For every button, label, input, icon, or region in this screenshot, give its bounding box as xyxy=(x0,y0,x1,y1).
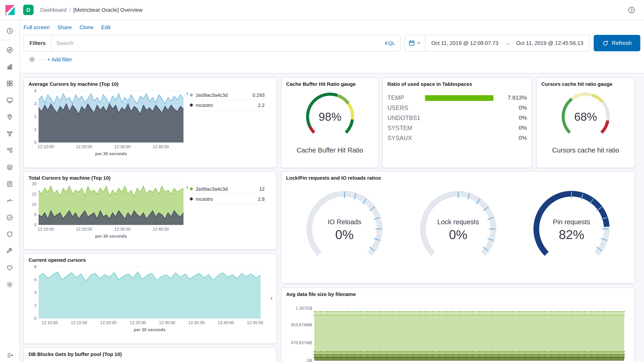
kql-button[interactable]: KQL xyxy=(385,40,400,46)
chevron-right-icon[interactable]: › xyxy=(186,90,190,96)
filters-button[interactable]: Filters xyxy=(24,35,52,51)
sidebar-item-dev-tools[interactable] xyxy=(0,243,20,259)
svg-text:per 30 seconds: per 30 seconds xyxy=(95,151,127,156)
chart-legend: 2ed9ac3a4c3d12mcastro2.8 xyxy=(190,184,265,204)
svg-text:98%: 98% xyxy=(318,110,341,123)
panel-cache-buffer-hit-ratio: Cache Buffer Hit Ratio gauge 98% Cache B… xyxy=(281,77,379,168)
add-filter-button[interactable]: + Add filter xyxy=(47,56,72,62)
sidebar-item-visualize[interactable] xyxy=(0,58,20,75)
svg-text:68%: 68% xyxy=(574,110,597,123)
kibana-logo-icon xyxy=(4,4,16,15)
sidebar-item-machine-learning[interactable] xyxy=(0,125,20,142)
legend-series-name: 2ed9ac3a4c3d xyxy=(196,186,259,192)
collapse-menu-icon[interactable] xyxy=(0,352,20,359)
refresh-label: Refresh xyxy=(612,40,632,46)
svg-text:4: 4 xyxy=(34,290,36,295)
panel-tablespace-usage: Ratio of used space in Tablespaces TEMP7… xyxy=(382,77,532,168)
panel-title: Cursors cache hit ratio gauge xyxy=(541,81,630,87)
panel-title: Cache Buffer Hit Ratio gauge xyxy=(286,81,374,87)
sidebar-item-apm[interactable] xyxy=(0,192,20,209)
legend-item[interactable]: mcastro2.2 xyxy=(190,100,265,110)
refresh-icon xyxy=(602,40,608,46)
svg-text:12:25:00: 12:25:00 xyxy=(130,320,146,325)
legend-series-value: 12 xyxy=(259,186,265,192)
help-icon[interactable] xyxy=(628,6,635,13)
ratio-gauge-io-reloads[interactable]: IO Reloads0% xyxy=(289,182,400,273)
canvas-icon xyxy=(6,97,13,104)
chevron-left-icon[interactable]: ‹ xyxy=(270,294,273,303)
svg-text:12:15:00: 12:15:00 xyxy=(71,320,87,325)
breadcrumb: Dashboard / [Metricbeat Oracle] Overview xyxy=(40,7,142,13)
sidebar-item-metrics[interactable] xyxy=(0,159,20,176)
sidebar-item-logs[interactable] xyxy=(0,176,20,192)
kibana-logo[interactable] xyxy=(0,0,20,19)
date-to[interactable]: Oct 11, 2019 @ 12:45:56.13 xyxy=(510,40,589,46)
tablespace-bar xyxy=(425,125,494,131)
legend-item[interactable]: mcastro2.8 xyxy=(190,194,265,204)
menu-item-share[interactable]: Share xyxy=(58,24,72,30)
sidebar-nav xyxy=(0,20,20,362)
panel-title: Total Cursors by machine (Top 10) xyxy=(28,175,271,181)
cursors-cache-hit-ratio-gauge[interactable]: 68% xyxy=(546,88,626,141)
sidebar-divider xyxy=(0,40,11,40)
legend-series-name: mcastro xyxy=(196,196,258,202)
breadcrumb-dashboard[interactable]: Dashboard xyxy=(40,7,66,13)
opened-cursors-chart[interactable]: 8642012:10:0012:15:0012:20:0012:25:0012:… xyxy=(28,264,264,333)
svg-text:953.674MB: 953.674MB xyxy=(291,323,312,327)
gauge-label: Cursors cache hit ratio xyxy=(552,146,619,154)
tablespace-value: 0% xyxy=(498,105,527,111)
sidebar-item-siem[interactable] xyxy=(0,226,20,243)
space-avatar[interactable]: D xyxy=(23,5,34,15)
menu-item-edit[interactable]: Edit xyxy=(101,24,110,30)
ratio-gauge-pin-requests[interactable]: Pin requests82% xyxy=(516,182,627,273)
date-from[interactable]: Oct 11, 2019 @ 12:08:07.73 xyxy=(425,40,504,46)
total-cursors-chart[interactable]: 2015105012:10:0012:20:0012:30:0012:40:00… xyxy=(28,182,186,240)
sidebar-item-recently-viewed[interactable] xyxy=(0,22,20,39)
tablespace-label: SYSTEM xyxy=(388,124,425,132)
gear-icon[interactable] xyxy=(29,56,35,63)
breadcrumb-separator: / xyxy=(69,7,71,13)
svg-text:IO Reloads: IO Reloads xyxy=(328,218,361,226)
average-cursors-chart[interactable]: 4321012:10:0012:20:0012:30:0012:40:00per… xyxy=(28,88,186,157)
sidebar-item-dashboard[interactable] xyxy=(0,75,20,92)
discover-icon xyxy=(6,46,13,53)
menu-item-clone[interactable]: Clone xyxy=(80,24,94,30)
machine-learning-icon xyxy=(6,130,13,137)
panel-title: Lock/Pin requests and IO reloads ratios xyxy=(286,175,630,181)
sidebar-item-discover[interactable] xyxy=(0,41,20,58)
svg-text:2: 2 xyxy=(34,114,36,119)
chevron-right-icon[interactable]: › xyxy=(186,184,190,190)
legend-series-name: 2ed9ac3a4c3d xyxy=(196,92,252,98)
sidebar-item-uptime[interactable] xyxy=(0,209,20,226)
dashboard-grid: Average Cursors by machine (Top 10) 4321… xyxy=(20,73,644,362)
svg-text:82%: 82% xyxy=(559,227,584,242)
search-input[interactable] xyxy=(52,40,385,46)
logs-icon xyxy=(6,181,13,187)
sidebar-item-management[interactable] xyxy=(0,276,20,293)
sidebar-item-graph[interactable] xyxy=(0,142,20,159)
sidebar-item-maps[interactable] xyxy=(0,109,20,125)
legend-item[interactable]: 2ed9ac3a4c3d12 xyxy=(190,184,265,194)
svg-text:1: 1 xyxy=(34,127,36,132)
avg-file-size-chart[interactable]: 1.397GB953.674MB476.837MB0B xyxy=(286,298,628,362)
calendar-dropdown-button[interactable] xyxy=(405,35,425,51)
calendar-icon xyxy=(408,40,415,46)
tablespace-bar xyxy=(425,135,494,141)
refresh-button[interactable]: Refresh xyxy=(594,35,640,51)
dashboard-icon xyxy=(6,80,13,87)
svg-text:12:40:00: 12:40:00 xyxy=(152,227,169,231)
tablespace-value: 7.813% xyxy=(498,94,527,101)
cache-buffer-hit-ratio-gauge[interactable]: 98% xyxy=(290,88,370,141)
legend-item[interactable]: 2ed9ac3a4c3d0.293 xyxy=(190,90,265,100)
sidebar-item-monitoring[interactable] xyxy=(0,259,20,276)
dashboard-menu: Full screenShareCloneEdit xyxy=(20,20,644,34)
svg-text:1.397GB: 1.397GB xyxy=(296,306,312,311)
sidebar-item-canvas[interactable] xyxy=(0,92,20,109)
svg-text:12:20:00: 12:20:00 xyxy=(76,227,92,231)
metrics-icon xyxy=(6,164,13,171)
menu-item-full-screen[interactable]: Full screen xyxy=(24,24,50,30)
panel-lock-pin-io-ratios: Lock/Pin requests and IO reloads ratios … xyxy=(281,171,635,284)
ratio-gauge-lock-requests[interactable]: Lock requests0% xyxy=(403,182,513,273)
panel-db-blocks-gets: DB Blocks Gets by buffer pool (Top 10) xyxy=(24,348,276,362)
tablespace-list: TEMP7.813%USERS0%UNDOTBS10%SYSTEM0%SYSAU… xyxy=(388,93,527,143)
